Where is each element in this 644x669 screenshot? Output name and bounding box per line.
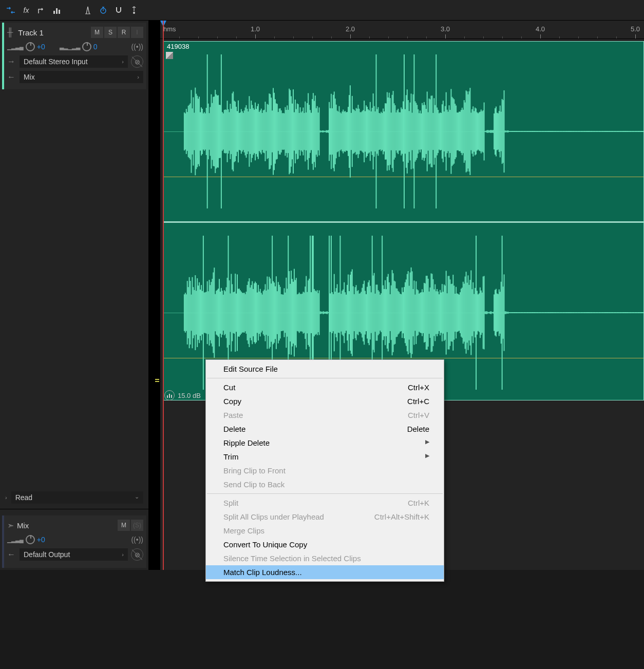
svg-rect-655 (419, 294, 420, 332)
input-select[interactable]: Default Stereo Input › (20, 55, 128, 68)
svg-rect-621 (385, 280, 386, 345)
svg-rect-68 (247, 109, 248, 154)
svg-rect-426 (190, 281, 191, 345)
svg-rect-86 (265, 102, 266, 161)
record-button[interactable]: R (118, 27, 130, 38)
expand-icon[interactable]: › (5, 494, 7, 501)
svg-rect-669 (432, 279, 433, 346)
svg-rect-808 (603, 312, 604, 313)
svg-rect-706 (469, 280, 470, 346)
output-select[interactable]: Mix › (20, 71, 143, 83)
svg-rect-688 (451, 284, 452, 342)
svg-rect-119 (298, 104, 299, 159)
track-handle-icon[interactable]: ╫ (7, 28, 13, 37)
mix-name[interactable]: Mix (17, 521, 115, 530)
menu-item-ripple-delete[interactable]: Ripple Delete▶ (206, 436, 444, 450)
svg-rect-248 (427, 91, 428, 171)
svg-rect-528 (292, 279, 293, 346)
pan-knob[interactable] (82, 42, 91, 51)
metronome-icon[interactable] (81, 4, 94, 17)
volume-knob[interactable] (26, 42, 35, 51)
svg-rect-804 (597, 312, 599, 313)
svg-rect-240 (419, 113, 420, 149)
mix-volume-knob[interactable] (26, 535, 35, 544)
gain-knob-icon[interactable] (164, 390, 175, 400)
svg-rect-723 (487, 311, 488, 314)
clip-gain-control[interactable]: 15.0 dB (164, 390, 201, 400)
svg-rect-199 (377, 107, 378, 156)
svg-rect-592 (356, 285, 357, 340)
menu-item-delete[interactable]: DeleteDelete (206, 422, 444, 436)
solo-button[interactable]: S (104, 27, 117, 38)
svg-rect-626 (390, 294, 391, 331)
svg-rect-817 (616, 312, 618, 313)
mix-volume-value[interactable]: +0 (37, 536, 45, 544)
svg-rect-445 (209, 280, 210, 346)
clip-context-menu: Edit Source FileCutCtrl+XCopyCtrl+CPaste… (205, 359, 444, 582)
svg-rect-628 (392, 270, 393, 355)
svg-rect-615 (378, 292, 380, 334)
sends-icon[interactable] (35, 4, 48, 17)
menu-item-copy[interactable]: CopyCtrl+C (206, 394, 444, 408)
svg-rect-701 (465, 277, 466, 349)
menu-item-match-clip-loudness[interactable]: Match Clip Loudness... (206, 565, 444, 579)
svg-rect-587 (351, 272, 352, 354)
svg-rect-734 (498, 294, 499, 331)
svg-rect-196 (375, 111, 376, 151)
svg-rect-511 (275, 286, 276, 339)
menu-item-trim[interactable]: Trim▶ (206, 450, 444, 464)
svg-rect-758 (528, 312, 529, 313)
svg-rect-56 (235, 102, 236, 161)
monitor-button[interactable]: I (131, 27, 143, 38)
svg-rect-536 (300, 294, 301, 331)
svg-rect-67 (246, 105, 247, 158)
svg-rect-22 (201, 107, 202, 156)
svg-rect-726 (489, 312, 490, 314)
mix-output-select[interactable]: Default Output › (20, 548, 128, 561)
volume-value[interactable]: +0 (37, 43, 45, 51)
svg-rect-409 (627, 131, 629, 132)
svg-rect-376 (578, 131, 579, 132)
menu-item-edit-source-file[interactable]: Edit Source File (206, 362, 444, 376)
svg-rect-636 (400, 294, 401, 332)
fx-icon[interactable]: fx (20, 4, 33, 17)
audio-clip[interactable]: 419038 (163, 41, 644, 400)
svg-rect-561 (325, 312, 326, 314)
svg-rect-48 (227, 101, 228, 162)
eq-icon[interactable] (50, 4, 64, 17)
automation-mode-select[interactable]: Read ⌄ (11, 491, 143, 504)
menu-item-cut[interactable]: CutCtrl+X (206, 380, 444, 394)
track-name[interactable]: Track 1 (16, 28, 88, 37)
svg-rect-302 (481, 109, 482, 153)
svg-rect-789 (575, 312, 576, 313)
tool-icon[interactable] (127, 4, 141, 17)
svg-rect-520 (284, 288, 285, 337)
svg-rect-380 (583, 131, 585, 132)
mono-toggle[interactable]: ⊘ (131, 55, 143, 68)
mix-mute-button[interactable]: M (118, 520, 130, 531)
svg-rect-93 (272, 110, 273, 152)
svg-rect-689 (452, 275, 453, 351)
mix-solo-button[interactable]: (S) (131, 520, 143, 531)
stereo-icon[interactable]: ((•)) (131, 536, 143, 544)
svg-rect-12 (191, 90, 192, 173)
svg-rect-78 (257, 106, 258, 157)
pan-value[interactable]: 0 (93, 43, 98, 51)
svg-rect-364 (560, 131, 561, 132)
inputs-icon[interactable] (4, 4, 17, 17)
countdown-icon[interactable] (97, 4, 110, 17)
svg-rect-442 (206, 292, 207, 333)
svg-rect-551 (315, 291, 316, 335)
svg-rect-366 (562, 131, 564, 132)
svg-rect-323 (502, 99, 503, 164)
svg-rect-541 (305, 286, 306, 339)
snap-icon[interactable] (112, 4, 125, 17)
svg-rect-224 (403, 101, 404, 161)
time-ruler[interactable]: hms 1.02.03.04.05.06.0 (160, 21, 644, 39)
svg-rect-578 (342, 291, 343, 335)
menu-item-convert-to-unique-copy[interactable]: Convert To Unique Copy (206, 538, 444, 551)
svg-rect-309 (487, 130, 488, 133)
stereo-icon[interactable]: ((•)) (131, 43, 143, 51)
mute-button[interactable]: M (91, 27, 103, 38)
mix-mono-toggle[interactable]: ⊘ (131, 548, 143, 561)
